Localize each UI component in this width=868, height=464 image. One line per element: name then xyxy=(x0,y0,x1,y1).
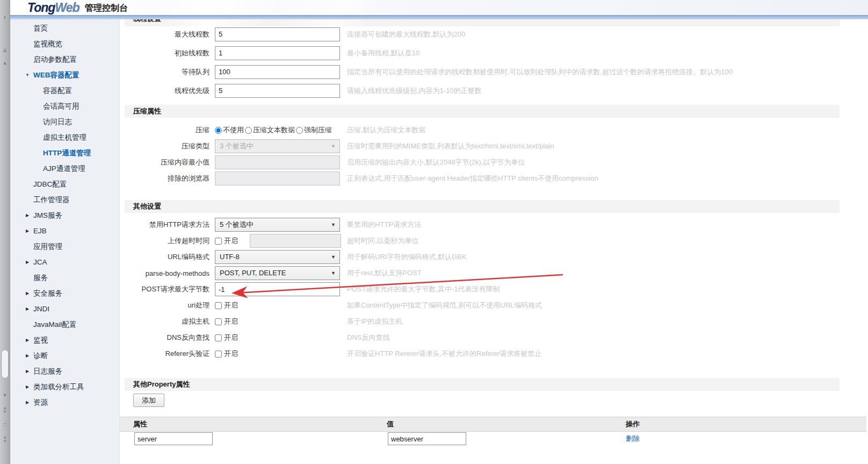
radio-no-compress[interactable]: 不使用 xyxy=(215,125,244,135)
parse-body-methods-select[interactable]: POST, PUT, DELETE▼ xyxy=(215,266,340,280)
sidebar-item-jndi[interactable]: ▶JNDI xyxy=(10,301,119,317)
property-value-input[interactable] xyxy=(388,432,466,445)
field-hint: 开启验证HTTP Rererer请求头,不被允许的Referer请求将被禁止 xyxy=(347,349,541,359)
uri-handling-checkbox[interactable] xyxy=(215,302,222,309)
expanded-icon: ▼ xyxy=(25,67,30,83)
dock-handle-icon[interactable]: ⇊ xyxy=(0,47,10,53)
property-attr-input[interactable] xyxy=(134,432,213,445)
delete-property-link[interactable]: 删除 xyxy=(626,434,640,444)
form-row-upload-timeout: 上传超时时间 开启 超时时间,以毫秒为单位 xyxy=(120,233,868,249)
thread-priority-input[interactable] xyxy=(215,84,340,98)
field-label: DNS反向查找 xyxy=(125,333,209,342)
field-label: 压缩内容最小值 xyxy=(125,158,209,167)
sidebar-item-virtual-host-mgmt[interactable]: 虚拟主机管理 xyxy=(10,130,119,145)
virtual-host-checkbox[interactable] xyxy=(215,318,222,325)
sidebar-item-jdbc-config[interactable]: JDBC配置 xyxy=(10,176,119,192)
field-label: Referer头验证 xyxy=(125,349,209,359)
header-divider-bar xyxy=(10,15,868,19)
radio-no-compress-input[interactable] xyxy=(215,127,222,134)
sidebar-item-app-mgmt[interactable]: 应用管理 xyxy=(10,239,119,254)
wait-queue-input[interactable] xyxy=(215,65,340,79)
triangle-up-icon[interactable]: ▲ xyxy=(0,60,10,66)
main-content: 线程设置 最大线程数 连接器可创建的最大线程数,默认为200 初始线程数 最小备… xyxy=(120,19,868,464)
sidebar-item-service[interactable]: 服务 xyxy=(10,270,119,285)
upload-timeout-input xyxy=(250,234,341,248)
sidebar-item-startup-params[interactable]: 启动参数配置 xyxy=(10,52,119,67)
section-other-title: 其他设置 xyxy=(125,200,840,213)
sidebar-item-security-service[interactable]: ▶安全服务 xyxy=(10,285,119,301)
url-encoding-select[interactable]: UTF-8▼ xyxy=(215,250,340,264)
expand-panel-icon[interactable]: › xyxy=(0,13,10,21)
collapsed-icon: ▶ xyxy=(26,348,29,363)
sidebar-item-monitor-overview[interactable]: 监视概览 xyxy=(10,36,119,52)
field-hint: 如果ContentType中指定了编码规范,则可以不使用URL编码格式 xyxy=(347,301,542,310)
field-label: URL编码格式 xyxy=(125,252,209,262)
sidebar-item-diagnosis[interactable]: ▶诊断 xyxy=(10,348,119,363)
field-hint: DNS反向查找 xyxy=(347,333,389,342)
field-hint: 用于rest,默认支持POST xyxy=(347,268,422,278)
field-hint: 请输入线程优先级级别,内容为1-10的正整数 xyxy=(347,86,482,96)
upload-timeout-checkbox[interactable] xyxy=(215,238,222,245)
field-label: 虚拟主机 xyxy=(125,317,209,326)
dns-lookup-toggle: 开启 xyxy=(215,333,238,342)
field-label: 压缩类型 xyxy=(125,141,209,151)
sidebar-item-web-container-config[interactable]: ▼WEB容器配置 xyxy=(10,67,119,83)
collapsed-icon: ▶ xyxy=(26,223,29,239)
thread-rows: 最大线程数 连接器可创建的最大线程数,默认为200 初始线程数 最小备用线程,默… xyxy=(120,25,868,100)
sidebar-item-log-service[interactable]: ▶日志服务 xyxy=(10,363,119,379)
radio-compress-text-input[interactable] xyxy=(245,127,252,134)
logo-title: 管理控制台 xyxy=(85,3,128,12)
arrow-down-icon[interactable]: ▼ xyxy=(0,392,10,398)
sidebar-item-http-channel-mgmt[interactable]: HTTP通道管理 xyxy=(10,145,119,161)
sidebar-nav: 首页 监视概览 启动参数配置 ▼WEB容器配置 容器配置 会话高可用 访问日志 … xyxy=(10,19,120,464)
section-compression-title: 压缩属性 xyxy=(125,105,840,118)
add-property-button[interactable]: 添加 xyxy=(133,394,164,407)
radio-compress-text[interactable]: 压缩文本数据 xyxy=(245,125,295,135)
sidebar-item-access-log[interactable]: 访问日志 xyxy=(10,114,119,130)
compress-min-size-input xyxy=(215,155,340,169)
referer-check-toggle: 开启 xyxy=(215,349,238,359)
sidebar-item-resource[interactable]: ▶资源 xyxy=(10,395,119,410)
field-hint: 最小备用线程,默认是10 xyxy=(347,48,419,58)
field-hint: 压缩时需要用到的MIME类型,列表默认为text/html,text/xml,t… xyxy=(347,141,554,151)
sidebar-item-ajp-channel-mgmt[interactable]: AJP通道管理 xyxy=(10,161,119,176)
form-row-init-threads: 初始线程数 最小备用线程,默认是10 xyxy=(120,44,868,62)
stop-box-icon[interactable]: □ xyxy=(0,422,10,427)
max-threads-input[interactable] xyxy=(215,27,340,41)
compression-rows: 压缩 不使用 压缩文本数据 强制压缩 压缩,默认为压缩文本数据 压缩类型 3 个… xyxy=(120,122,868,187)
sidebar-item-javamail-config[interactable]: JavaMail配置 xyxy=(10,317,119,332)
column-header-action: 操作 xyxy=(626,417,640,431)
init-threads-input[interactable] xyxy=(215,46,340,60)
referer-check-checkbox[interactable] xyxy=(215,351,222,358)
sidebar-item-container-config[interactable]: 容器配置 xyxy=(10,83,119,98)
upload-timeout-toggle: 开启 xyxy=(215,236,238,246)
form-row-compress-min-size: 压缩内容最小值 启用压缩的输出内容大小,默认2048字节(2k),以字节为单位 xyxy=(120,154,868,170)
collapsed-icon: ▶ xyxy=(26,301,29,317)
property-table-row: 删除 xyxy=(120,431,868,451)
sidebar-item-home[interactable]: 首页 xyxy=(10,20,119,36)
field-hint: 超时时间,以毫秒为单位 xyxy=(347,236,419,246)
radio-force-compress[interactable]: 强制压缩 xyxy=(296,125,332,135)
dns-lookup-checkbox[interactable] xyxy=(215,334,222,341)
sidebar-item-work-manager[interactable]: 工作管理器 xyxy=(10,192,119,208)
double-arrow-down-icon[interactable]: ▼▼ xyxy=(0,437,10,443)
sidebar-item-classloader-analyzer[interactable]: ▶类加载分析工具 xyxy=(10,379,119,395)
form-row-compress-type: 压缩类型 3 个被选中▼ 压缩时需要用到的MIME类型,列表默认为text/ht… xyxy=(120,138,868,154)
disabled-http-methods-select[interactable]: 5 个被选中▼ xyxy=(215,218,340,232)
form-row-thread-priority: 线程优先级 请输入线程优先级级别,内容为1-10的正整数 xyxy=(120,81,868,100)
radio-force-compress-input[interactable] xyxy=(296,127,303,134)
post-max-bytes-input[interactable] xyxy=(215,282,340,296)
field-label: 最大线程数 xyxy=(125,30,209,39)
field-hint: 基于IP的虚拟主机 xyxy=(347,317,402,326)
sidebar-item-ejb[interactable]: ▶EJB xyxy=(10,223,119,239)
logo-tong: Tong xyxy=(27,1,55,15)
sidebar-item-monitor[interactable]: ▶监视 xyxy=(10,332,119,348)
sidebar-item-session-ha[interactable]: 会话高可用 xyxy=(10,98,119,114)
scroll-thumb[interactable] xyxy=(1,349,9,379)
uri-handling-toggle: 开启 xyxy=(215,301,238,310)
app-header: TongWeb 管理控制台 xyxy=(10,0,868,15)
double-arrow-up-icon[interactable]: ▲▲ xyxy=(0,406,10,413)
sidebar-item-jms-service[interactable]: ▶JMS服务 xyxy=(10,208,119,223)
sidebar-item-jca[interactable]: ▶JCA xyxy=(10,254,119,270)
field-hint: 连接器可创建的最大线程数,默认为200 xyxy=(347,30,465,39)
